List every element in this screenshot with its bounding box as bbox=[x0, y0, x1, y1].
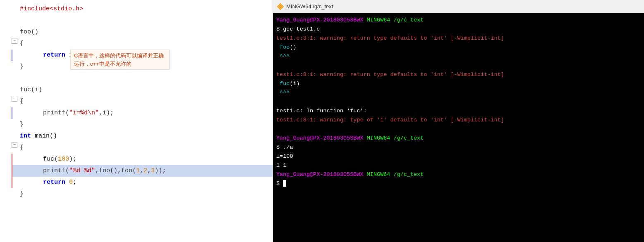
gutter-foo bbox=[0, 26, 12, 38]
terminal-icon bbox=[277, 3, 284, 10]
code-line-fuc: fuc(i) bbox=[0, 84, 273, 96]
gutter-brace3 bbox=[0, 142, 12, 154]
line-brace2-content: { bbox=[18, 96, 273, 107]
terminal-title-text: MINGW64:/g/c_text bbox=[286, 3, 333, 9]
line-printf1-content: printf("i=%d\n",i); bbox=[19, 107, 273, 119]
term-line-7: fuc(i) bbox=[276, 79, 641, 88]
term-line-blank2 bbox=[276, 97, 641, 107]
terminal-panel: MINGW64:/g/c_text Yang_Guang@PX-20180305… bbox=[273, 0, 644, 242]
term-line-11: Yang_Guang@PX-20180305SBWX MINGW64 /g/c_… bbox=[276, 134, 641, 143]
annotation-area: fuc(i) C语言中，这样的代码可以编译并正确运行，c++中是不允许的 bbox=[0, 73, 273, 96]
term-line-blank1 bbox=[276, 61, 641, 70]
code-line-1: #include<stdio.h> bbox=[0, 3, 273, 15]
gutter-main bbox=[0, 130, 12, 142]
gutter-close2 bbox=[0, 119, 12, 130]
line-foo-content: foo() bbox=[18, 26, 273, 38]
fold-icon-1[interactable]: − bbox=[12, 38, 17, 44]
term-line-16: $ bbox=[276, 179, 641, 188]
code-line-main: int main() bbox=[0, 130, 273, 142]
line-main-content: int main() bbox=[18, 130, 273, 142]
line-close2-content: } bbox=[18, 119, 273, 130]
line-fuc-content: fuc(i) bbox=[18, 84, 273, 96]
code-line-blank1 bbox=[0, 15, 273, 26]
term-line-8: ^^^ bbox=[276, 88, 641, 97]
annotation-bubble: C语言中，这样的代码可以编译并正确运行，c++中是不允许的 bbox=[70, 50, 170, 70]
term-line-9: test1.c: In function 'fuc': bbox=[276, 107, 641, 116]
code-line-brace2: − { bbox=[0, 96, 273, 107]
gutter-b2 bbox=[0, 73, 12, 84]
line-return0-content: return 0; bbox=[19, 177, 273, 188]
code-line-return0: return 0; bbox=[12, 177, 273, 188]
term-line-4: foo() bbox=[276, 43, 641, 52]
gutter-fuc bbox=[0, 84, 12, 96]
line-fuc100-content: fuc(100); bbox=[19, 154, 273, 165]
term-line-blank3 bbox=[276, 125, 641, 134]
code-line-blank2 bbox=[0, 73, 273, 84]
fold-icon-3[interactable]: − bbox=[12, 142, 17, 148]
gutter-brace2 bbox=[0, 96, 12, 107]
fold-icon-2[interactable]: − bbox=[12, 96, 17, 102]
terminal-titlebar: MINGW64:/g/c_text bbox=[273, 0, 644, 13]
line-printf2-content: printf("%d %d",foo(),foo(1,2,3)); bbox=[19, 165, 273, 177]
line-close3-content: } bbox=[18, 188, 273, 200]
term-line-10: test1.c:8:1: warning: type of 'i' defaul… bbox=[276, 116, 641, 125]
gutter-1 bbox=[0, 3, 12, 15]
terminal-body[interactable]: Yang_Guang@PX-20180305SBWX MINGW64 /g/c_… bbox=[273, 13, 644, 242]
line-brace3-content: { bbox=[18, 142, 273, 154]
code-line-brace3: − { bbox=[0, 142, 273, 154]
term-line-2: $ gcc test1.c bbox=[276, 25, 641, 34]
code-line-close2: } bbox=[0, 119, 273, 130]
editor-panel: #include<stdio.h> foo() − { return 1; } bbox=[0, 0, 273, 242]
code-line-close3: } bbox=[0, 188, 273, 200]
term-line-6: test1.c:8:1: warning: return type defaul… bbox=[276, 70, 641, 79]
line-brace1-content: { bbox=[18, 38, 273, 50]
terminal-cursor bbox=[283, 180, 286, 187]
code-line-foo: foo() bbox=[0, 26, 273, 38]
term-line-1: Yang_Guang@PX-20180305SBWX MINGW64 /g/c_… bbox=[276, 16, 641, 25]
gutter-close1 bbox=[0, 61, 12, 73]
code-line-brace1: − { bbox=[0, 38, 273, 50]
code-line-fuc100: fuc(100); bbox=[12, 154, 273, 165]
term-line-5: ^^^ bbox=[276, 52, 641, 61]
gutter-close3 bbox=[0, 188, 12, 200]
line-1-content: #include<stdio.h> bbox=[18, 3, 273, 15]
term-line-12: $ ./a bbox=[276, 143, 641, 152]
code-line-printf1: printf("i=%d\n",i); bbox=[12, 107, 273, 119]
term-line-15: Yang_Guang@PX-20180305SBWX MINGW64 /g/c_… bbox=[276, 170, 641, 179]
gutter-brace1 bbox=[0, 38, 12, 50]
gutter-b1 bbox=[0, 15, 12, 26]
term-line-13: i=100 bbox=[276, 152, 641, 161]
code-line-printf2: printf("%d %d",foo(),foo(1,2,3)); bbox=[12, 165, 273, 177]
term-line-14: 1 1 bbox=[276, 161, 641, 170]
term-line-3: test1.c:3:1: warning: return type defaul… bbox=[276, 34, 641, 43]
